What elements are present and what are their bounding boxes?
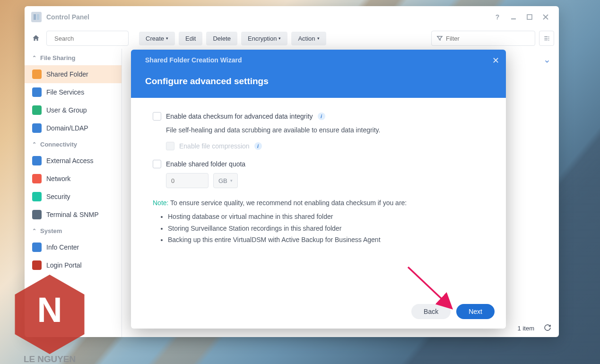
help-icon[interactable]: ? [491, 10, 504, 24]
chevron-down-icon: ▾ [230, 178, 233, 183]
action-label: Action [298, 35, 315, 42]
sidebar-item-label: Security [46, 193, 70, 200]
reload-icon[interactable] [544, 324, 552, 332]
modal-body: Enable data checksum for advanced data i… [131, 98, 506, 297]
sidebar-item-icon [32, 192, 42, 201]
delete-button[interactable]: Delete [206, 32, 237, 45]
list-footer: 1 item [518, 324, 552, 332]
svg-rect-0 [34, 14, 36, 20]
create-button[interactable]: Create▾ [139, 32, 175, 45]
sidebar-item-icon [32, 69, 42, 79]
quota-unit-label: GB [218, 177, 227, 184]
checksum-description: File self-healing and data scrubbing are… [166, 125, 484, 135]
control-panel-icon [31, 12, 42, 22]
sidebar-item-label: Shared Folder [46, 70, 88, 78]
note-line: Note: To ensure service quality, we reco… [153, 198, 484, 208]
checksum-label: Enable data checksum for advanced data i… [166, 113, 313, 120]
search-input[interactable] [54, 35, 134, 42]
home-icon[interactable] [29, 32, 43, 45]
svg-rect-3 [527, 15, 532, 19]
compression-checkbox [166, 142, 174, 150]
encryption-button[interactable]: Encryption▾ [241, 32, 287, 45]
checksum-checkbox[interactable] [153, 112, 161, 121]
sidebar-section-header[interactable]: ⌃File Sharing [25, 51, 122, 65]
compression-label: Enable file compression [179, 142, 250, 150]
search-input-wrap[interactable] [46, 31, 129, 46]
sidebar-item[interactable]: File Services [25, 83, 122, 101]
filter-icon [436, 35, 443, 42]
sidebar-item[interactable]: Security [25, 188, 122, 206]
sidebar-item[interactable]: External Access [25, 152, 122, 170]
sidebar-section-header[interactable]: ⌃Connectivity [25, 137, 122, 152]
sidebar-item[interactable]: Domain/LDAP [25, 119, 122, 137]
sidebar-item[interactable]: User & Group [25, 101, 122, 119]
minimize-icon[interactable] [507, 10, 520, 24]
edit-button[interactable]: Edit [179, 32, 202, 45]
wizard-heading: Configure advanced settings [145, 76, 492, 87]
chevron-up-icon: ⌃ [32, 55, 36, 61]
close-window-icon[interactable] [539, 10, 552, 24]
info-icon[interactable]: i [318, 113, 325, 120]
modal-footer: Back Next [131, 297, 506, 329]
svg-rect-2 [511, 18, 516, 19]
filter-input[interactable] [446, 35, 530, 42]
chevron-down-icon: ▾ [317, 36, 320, 41]
sidebar-item-label: Network [46, 175, 70, 182]
quota-checkbox[interactable] [153, 160, 161, 168]
action-button[interactable]: Action▾ [291, 32, 326, 45]
chevron-down-icon: ▾ [166, 36, 168, 41]
sidebar-item[interactable]: Network [25, 170, 122, 188]
sidebar-item-label: External Access [46, 157, 94, 165]
section-label: Connectivity [40, 141, 77, 148]
chevron-up-icon: ⌃ [32, 228, 36, 234]
sidebar-item-icon [32, 174, 42, 183]
sidebar-item[interactable]: Login Portal [25, 256, 122, 274]
sidebar-item[interactable]: Terminal & SNMP [25, 206, 122, 224]
wizard-subtitle: Shared Folder Creation Wizard [145, 56, 492, 64]
sidebar-item-icon [32, 87, 42, 97]
sidebar-item-label: Info Center [46, 243, 79, 251]
info-icon[interactable]: i [254, 142, 262, 150]
chevron-down-icon: ▾ [278, 36, 281, 41]
svg-rect-1 [37, 14, 39, 20]
quota-unit-select: GB ▾ [213, 173, 238, 188]
sidebar-item-icon [32, 156, 42, 165]
chevron-up-icon: ⌃ [32, 141, 36, 147]
note-bullet: Hosting database or virtual machine in t… [168, 211, 484, 223]
column-settings-icon[interactable] [539, 31, 554, 46]
sidebar-item-label: User & Group [46, 106, 87, 114]
encryption-label: Encryption [248, 35, 277, 42]
sidebar-item-label: Terminal & SNMP [46, 211, 98, 218]
quota-value-input [166, 173, 209, 188]
note-bullets: Hosting database or virtual machine in t… [168, 211, 484, 246]
sidebar: ⌃File SharingShared FolderFile ServicesU… [25, 49, 122, 337]
sidebar-item-label: File Services [46, 88, 84, 96]
maximize-icon[interactable] [523, 10, 536, 24]
expand-detail-icon[interactable] [544, 58, 550, 67]
wizard-modal: Shared Folder Creation Wizard ✕ Configur… [131, 50, 506, 329]
sidebar-item[interactable]: Shared Folder [25, 65, 122, 83]
sidebar-item[interactable]: Info Center [25, 238, 122, 256]
note-bullet: Backing up this entire VirtualDSM with A… [168, 234, 484, 246]
sidebar-item-icon [32, 260, 42, 270]
back-button[interactable]: Back [411, 304, 451, 319]
quota-label: Enable shared folder quota [166, 160, 245, 168]
filter-wrap[interactable] [431, 31, 535, 46]
item-count: 1 item [518, 325, 534, 332]
next-button[interactable]: Next [456, 304, 495, 319]
sidebar-item-label: Login Portal [46, 261, 82, 269]
titlebar: Control Panel ? [25, 6, 559, 28]
sidebar-section-header[interactable]: ⌃System [25, 224, 122, 238]
window-title: Control Panel [46, 13, 89, 21]
sidebar-item-icon [32, 123, 42, 133]
note-prefix: Note: [153, 199, 168, 207]
sidebar-item-icon [32, 210, 42, 219]
close-modal-icon[interactable]: ✕ [492, 55, 499, 66]
note-text: To ensure service quality, we recommend … [170, 199, 407, 207]
create-label: Create [146, 35, 164, 42]
sidebar-item-label: Domain/LDAP [46, 124, 88, 132]
note-bullet: Storing Surveillance Station recordings … [168, 223, 484, 234]
modal-header: Shared Folder Creation Wizard ✕ Configur… [131, 50, 506, 98]
sidebar-item-icon [32, 105, 42, 115]
section-label: System [40, 227, 62, 234]
